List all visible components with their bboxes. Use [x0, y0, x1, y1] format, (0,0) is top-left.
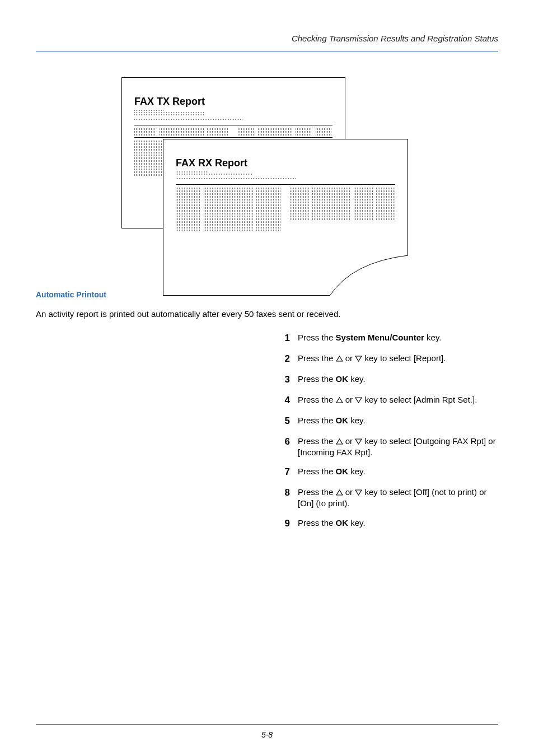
step: 2Press the or key to select [Report]. [277, 353, 498, 366]
down-triangle-icon [355, 489, 362, 496]
up-triangle-icon [336, 438, 343, 445]
page-curl [330, 255, 408, 296]
page-number: 5-8 [0, 730, 534, 739]
step: 5Press the OK key. [277, 415, 498, 428]
down-triangle-icon [355, 356, 362, 362]
page: Checking Transmission Results and Regist… [0, 0, 534, 756]
step: 1Press the System Menu/Counter key. [277, 332, 498, 345]
down-triangle-icon [355, 397, 362, 403]
step: 8Press the or key to select [Off] (not t… [277, 487, 498, 510]
steps-list: 1Press the System Menu/Counter key.2Pres… [277, 332, 498, 530]
running-header: Checking Transmission Results and Regist… [36, 34, 498, 49]
down-triangle-icon [355, 438, 362, 445]
step-number: 6 [277, 436, 290, 449]
step-text: Press the OK key. [298, 374, 498, 385]
header-title: Checking Transmission Results and Regist… [292, 34, 498, 43]
header-rule [36, 52, 498, 52]
section-intro: An activity report is printed out automa… [36, 308, 498, 320]
step: 7Press the OK key. [277, 466, 498, 479]
step-number: 4 [277, 394, 290, 407]
step-text: Press the System Menu/Counter key. [298, 332, 498, 343]
step-number: 2 [277, 353, 290, 366]
step-text: Press the OK key. [298, 466, 498, 477]
footer-rule [36, 724, 498, 725]
step-text: Press the or key to select [Outgoing FAX… [298, 436, 498, 459]
up-triangle-icon [336, 397, 343, 403]
step-text: Press the OK key. [298, 517, 498, 529]
step-number: 7 [277, 466, 290, 479]
step: 9Press the OK key. [277, 517, 498, 530]
up-triangle-icon [336, 489, 343, 496]
step-text: Press the or key to select [Admin Rpt Se… [298, 394, 498, 405]
step: 4Press the or key to select [Admin Rpt S… [277, 394, 498, 407]
step-text: Press the OK key. [298, 415, 498, 426]
step-text: Press the or key to select [Report]. [298, 353, 498, 364]
step-number: 1 [277, 332, 290, 345]
report-illustration: FAX TX Report [121, 77, 413, 273]
step: 6Press the or key to select [Outgoing FA… [277, 436, 498, 459]
step: 3Press the OK key. [277, 374, 498, 386]
step-number: 8 [277, 487, 290, 500]
step-text: Press the or key to select [Off] (not to… [298, 487, 498, 510]
up-triangle-icon [336, 356, 343, 362]
fax-tx-report-title: FAX TX Report [134, 96, 332, 108]
step-number: 5 [277, 415, 290, 428]
step-number: 9 [277, 517, 290, 530]
step-number: 3 [277, 374, 290, 386]
fax-rx-report-title: FAX RX Report [176, 157, 395, 169]
fax-rx-report-sheet: FAX RX Report [163, 139, 408, 296]
